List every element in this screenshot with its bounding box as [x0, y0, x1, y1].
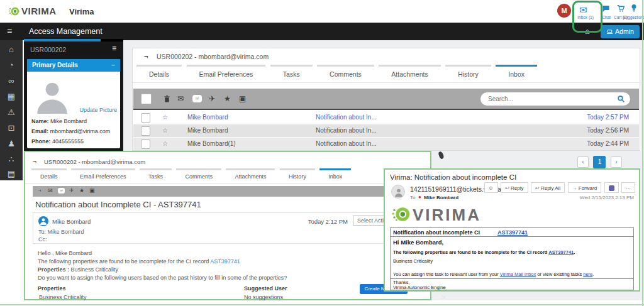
mail-from[interactable]: Mike Bombard(1)	[187, 138, 236, 150]
profile-record-id: USR000202	[30, 46, 66, 53]
suggestions-icon[interactable]	[630, 4, 638, 13]
message-meta: Mike Bombard To: Mike Bombard Cc: Today …	[33, 212, 423, 244]
mail-row[interactable]: ☆ Mike Bombard Notification about In... …	[133, 124, 639, 137]
mail-from[interactable]: Mike Bombard	[187, 111, 228, 124]
virima-mail-inbox-link[interactable]: Virima Mail Inbox	[500, 271, 536, 277]
primary-details-header[interactable]: Primary Details −	[27, 59, 120, 72]
admin-button[interactable]: Admin	[601, 25, 640, 38]
cart-icon[interactable]	[616, 4, 625, 13]
tab-comments[interactable]: Comments	[176, 168, 221, 183]
back-icon[interactable]: ¬	[38, 187, 41, 194]
mail-body-box: Hi Mike Bombard, The following propertie…	[390, 236, 634, 279]
tab-email-preferences[interactable]: Email Preferences	[187, 65, 266, 82]
message-question-line: Do you want to assign the following user…	[38, 275, 287, 281]
update-picture-link[interactable]: Update Picture	[79, 107, 117, 113]
tab-attachments[interactable]: Attachments	[226, 168, 275, 183]
sidebar-sitemap-icon[interactable]: ∴	[0, 155, 23, 164]
row-checkbox[interactable]	[141, 126, 150, 136]
tab-inbox[interactable]: Inbox	[496, 65, 537, 82]
mail-subject[interactable]: Notification about In...	[316, 138, 377, 150]
ci-record-link[interactable]: AST397741	[210, 258, 240, 265]
mail-time: Today 2:44 PM	[587, 138, 629, 150]
star-icon[interactable]: ☆	[162, 111, 168, 124]
sidebar-book-icon[interactable]: ▤	[0, 170, 23, 178]
tab-inbox[interactable]: Inbox	[319, 168, 351, 183]
row-checkbox[interactable]	[141, 139, 150, 149]
page-prev-button[interactable]: ‹	[577, 156, 589, 168]
mail-row[interactable]: ☆ Mike Bombard(1) Notification about In.…	[133, 138, 639, 150]
presence-dot-icon: ●	[418, 194, 421, 200]
star-toolbar-icon[interactable]: ★	[224, 94, 231, 103]
sidebar-monitor-icon[interactable]: ⊡	[0, 124, 23, 133]
record-flag-icon[interactable]: ¬	[33, 158, 36, 165]
col-properties: Properties	[38, 285, 66, 292]
more-actions-button[interactable]: ···	[621, 182, 635, 193]
mail-actions: ☺ ↩ Reply ↩ Reply All → Forward ···	[484, 182, 635, 194]
reply-label: Reply	[511, 185, 523, 191]
row-suggestion: No suggestions	[244, 294, 283, 300]
body3-prefix: You can assign this task to relevant use…	[393, 271, 500, 277]
mail-open-icon[interactable]: ✉	[192, 95, 202, 102]
panel-menu-icon[interactable]: ≡	[112, 44, 116, 53]
tab-tasks[interactable]: Tasks	[140, 168, 172, 183]
teams-button[interactable]	[604, 182, 619, 193]
page-number-current[interactable]: 1	[593, 156, 606, 168]
sidebar-discovery-icon[interactable]: ∞	[0, 77, 23, 85]
outlook-mail-window: Virima: Notification about incomplete CI…	[384, 168, 640, 292]
trash-icon[interactable]	[164, 95, 170, 103]
sidebar-home-icon[interactable]: ⌂	[0, 45, 23, 54]
sidebar-alerts-icon[interactable]: ⚠	[0, 108, 23, 117]
subject-ci-link[interactable]: AST397741	[497, 229, 528, 236]
hamburger-icon[interactable]: ≡	[7, 26, 12, 36]
body1-prefix: The following properties are found to be…	[393, 249, 548, 255]
search-input[interactable]	[480, 92, 630, 106]
tab-tasks[interactable]: Tasks	[270, 65, 313, 82]
mail-subject[interactable]: Notification about In...	[316, 111, 377, 124]
row-checkbox[interactable]	[141, 113, 150, 123]
tab-comments[interactable]: Comments	[317, 65, 374, 82]
sidebar-grid-icon[interactable]: ▦	[0, 92, 23, 101]
chat-icon[interactable]	[602, 5, 610, 13]
select-all-checkbox[interactable]	[141, 94, 152, 104]
record-flag-icon[interactable]: ¬	[144, 52, 148, 60]
star-icon[interactable]: ☆	[162, 124, 168, 137]
sender-avatar	[38, 216, 48, 226]
mail-icon[interactable]: ✉	[48, 187, 53, 194]
tab-details[interactable]: Details	[31, 168, 67, 183]
archive-icon[interactable]: ▣	[239, 94, 246, 103]
forward-button[interactable]: → Forward	[568, 182, 602, 193]
send-icon[interactable]: ✈	[209, 94, 215, 103]
reply-all-button[interactable]: ↩ Reply All	[531, 182, 565, 193]
emoji-button[interactable]: ☺	[484, 182, 498, 193]
tab-attachments[interactable]: Attachments	[379, 65, 440, 82]
virima-app: ⁚⁞ VIRIMA Virima M ✉ Inbox (1) Chat Cart…	[0, 0, 644, 306]
sidebar-dashboard-icon[interactable]: ◔	[0, 61, 23, 70]
tab-email-preferences[interactable]: Email Preferences	[71, 168, 135, 183]
tab-history[interactable]: History	[445, 65, 491, 82]
search-icon[interactable]	[617, 95, 625, 103]
mail-row-unread[interactable]: ☆ Mike Bombard Notification about In... …	[133, 111, 639, 124]
mail-icon[interactable]: ✉	[177, 94, 184, 103]
send-icon[interactable]: ✈	[69, 187, 74, 194]
user-avatar[interactable]: M	[557, 4, 571, 18]
tab-details[interactable]: Details	[136, 65, 182, 82]
suggestions-label[interactable]: Suggestions	[621, 15, 644, 19]
reply-button[interactable]: ↩ Reply	[501, 182, 528, 193]
loading-strip-dark	[101, 39, 123, 41]
sidebar-users-icon[interactable]: ♟	[0, 139, 23, 148]
message-subject: Notification about Incomplete CI - AST39…	[35, 200, 201, 209]
inbox-card: ¬ USR000202 - mbombard@virima.com Detail…	[132, 48, 640, 151]
star-toolbar-icon[interactable]: ★	[79, 187, 84, 194]
body1-ci-link[interactable]: AST397741	[548, 249, 574, 255]
collapse-icon[interactable]: −	[111, 59, 115, 72]
mail-open-icon[interactable]: ✉	[58, 188, 65, 194]
mail-from[interactable]: Mike Bombard	[187, 124, 228, 137]
archive-icon[interactable]: ▣	[89, 187, 95, 194]
tab-history[interactable]: History	[280, 168, 315, 183]
star-icon[interactable]: ☆	[162, 138, 168, 150]
page-next-button[interactable]: ›	[611, 156, 622, 168]
existing-tasks-link[interactable]: here	[583, 271, 592, 277]
phone-value: 4045555555	[52, 138, 84, 145]
detail-tabs: Details Email Preferences Tasks Comments…	[25, 168, 436, 184]
mail-subject[interactable]: Notification about In...	[316, 124, 377, 137]
